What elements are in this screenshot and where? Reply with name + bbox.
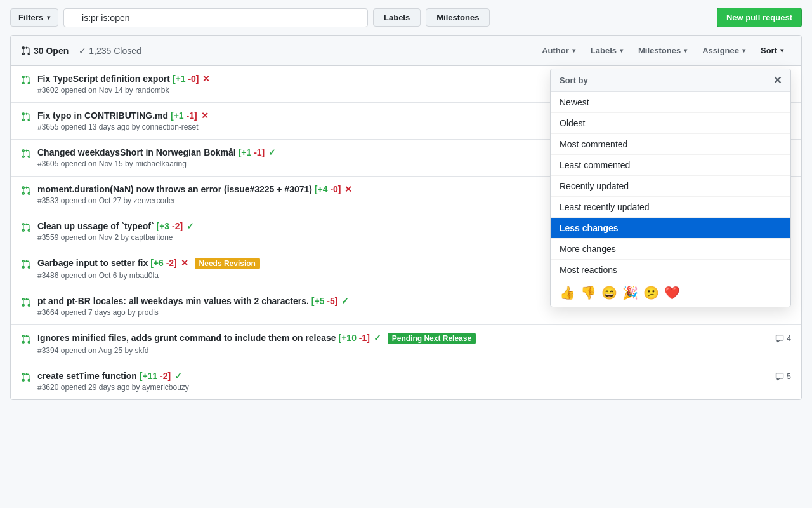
sort-option[interactable]: Most commented xyxy=(551,134,790,155)
diff-add: [+1 xyxy=(239,147,252,157)
pr-title-link[interactable]: create setTime function xyxy=(37,371,137,381)
close-icon[interactable]: ✕ xyxy=(773,74,782,86)
merge-check-icon: ✓ xyxy=(174,371,182,381)
pr-title-link[interactable]: Fix typo in CONTRIBUTING.md xyxy=(37,110,168,121)
pr-icon xyxy=(21,334,31,346)
sort-dropdown-header: Sort by ✕ xyxy=(551,69,790,92)
sort-option[interactable]: More changes xyxy=(551,239,790,260)
pr-icon xyxy=(21,149,31,161)
merge-check-icon: ✓ xyxy=(268,147,276,157)
reaction-emoji[interactable]: 👍 xyxy=(560,285,575,300)
closed-count: ✓ 1,235 Closed xyxy=(79,46,141,56)
sort-filter-button[interactable]: Sort ▾ xyxy=(753,42,791,59)
emoji-reactions-row: 👍👎😄🎉😕❤️ xyxy=(551,280,790,307)
comment-count: 4 xyxy=(775,333,791,343)
search-input[interactable] xyxy=(63,8,368,27)
pr-title: create setTime function [+11 -2] ✓ xyxy=(37,371,775,381)
pr-content: create setTime function [+11 -2] ✓ #3620… xyxy=(37,371,775,392)
pr-icon xyxy=(21,75,31,87)
sort-option[interactable]: Oldest xyxy=(551,113,790,134)
sort-option[interactable]: Recently updated xyxy=(551,176,790,197)
labels-button[interactable]: Labels xyxy=(373,8,421,27)
filters-button[interactable]: Filters ▾ xyxy=(10,8,58,27)
status-badge: Needs Revision xyxy=(195,258,260,269)
reaction-emoji[interactable]: 🎉 xyxy=(622,285,638,300)
pr-title-link[interactable]: Changed weekdaysShort in Norwegian Bokmå… xyxy=(37,147,236,157)
diff-remove: -1] xyxy=(359,333,370,343)
pr-content: Ignores minified files, adds grunt comma… xyxy=(37,333,775,355)
diff-add: [+10 xyxy=(339,333,357,343)
milestones-button[interactable]: Milestones xyxy=(426,8,490,27)
comment-icon xyxy=(775,372,784,381)
diff-remove: -1] xyxy=(254,147,265,157)
sort-option[interactable]: Least recently updated xyxy=(551,197,790,218)
pr-meta: #3664 opened 7 days ago by prodis xyxy=(37,308,791,317)
chevron-down-icon: ▾ xyxy=(572,47,575,54)
reaction-emoji[interactable]: ❤️ xyxy=(664,285,680,300)
pr-icon xyxy=(21,297,31,309)
merge-check-icon: ✓ xyxy=(374,333,381,343)
merge-x-icon: ✕ xyxy=(181,258,188,268)
reaction-emoji[interactable]: 😕 xyxy=(643,285,659,300)
chevron-down-icon: ▾ xyxy=(620,47,623,54)
sort-option[interactable]: Most reactions xyxy=(551,260,790,280)
pr-title-link[interactable]: pt and pt-BR locales: all weekdays min v… xyxy=(37,296,309,306)
pr-open-icon xyxy=(21,46,31,56)
sort-option[interactable]: Less changes xyxy=(551,218,790,239)
pr-icon xyxy=(21,112,31,124)
diff-remove: -0] xyxy=(188,74,199,84)
merge-x-icon: ✕ xyxy=(344,184,352,194)
sort-dropdown-title: Sort by xyxy=(560,76,588,85)
labels-filter-button[interactable]: Labels ▾ xyxy=(583,42,631,59)
sort-option[interactable]: Newest xyxy=(551,92,790,113)
diff-remove: -1] xyxy=(187,110,197,121)
diff-remove: -5] xyxy=(327,296,337,306)
pr-title-link[interactable]: Ignores minified files, adds grunt comma… xyxy=(37,333,336,343)
comment-count: 5 xyxy=(775,371,791,381)
diff-add: [+3 xyxy=(156,221,169,231)
diff-add: [+11 xyxy=(140,371,157,381)
header-filters: Author ▾ Labels ▾ Milestones ▾ Assignee … xyxy=(534,42,791,59)
pr-title-link[interactable]: Garbage input to setter fix xyxy=(37,258,148,268)
diff-add: [+1 xyxy=(171,110,184,121)
pr-icon xyxy=(21,259,31,271)
pr-title-link[interactable]: Clean up ussage of `typeof` xyxy=(37,221,154,231)
chevron-down-icon: ▾ xyxy=(684,47,687,54)
assignee-filter-button[interactable]: Assignee ▾ xyxy=(695,42,753,59)
diff-add: [+5 xyxy=(311,296,325,306)
diff-remove: -2] xyxy=(166,258,177,268)
diff-remove: -2] xyxy=(160,371,171,381)
pr-list-header: 30 Open ✓ 1,235 Closed Author ▾ Labels ▾… xyxy=(11,36,801,66)
sort-items-list: NewestOldestMost commentedLeast commente… xyxy=(551,92,790,280)
new-pr-button[interactable]: New pull request xyxy=(717,8,802,27)
pr-meta: #3394 opened on Aug 25 by skfd xyxy=(37,346,775,355)
pr-title-link[interactable]: moment.duration(NaN) now throws an error… xyxy=(37,184,312,194)
diff-add: [+6 xyxy=(150,258,164,268)
reaction-emoji[interactable]: 😄 xyxy=(601,285,617,300)
diff-add: [+1 xyxy=(173,74,186,84)
pr-icon xyxy=(21,185,31,197)
pr-icon xyxy=(21,222,31,234)
sort-option[interactable]: Least commented xyxy=(551,155,790,176)
milestones-filter-button[interactable]: Milestones ▾ xyxy=(631,42,695,59)
top-bar: Filters ▾ Labels Milestones New pull req… xyxy=(0,0,812,35)
open-count: 30 Open xyxy=(21,46,69,56)
merge-x-icon: ✕ xyxy=(202,74,210,84)
merge-x-icon: ✕ xyxy=(201,110,209,121)
merge-check-icon: ✓ xyxy=(341,296,349,306)
table-row: Ignores minified files, adds grunt comma… xyxy=(11,325,801,363)
filters-label: Filters xyxy=(18,13,43,22)
author-filter-button[interactable]: Author ▾ xyxy=(534,42,583,59)
pr-list-container: 30 Open ✓ 1,235 Closed Author ▾ Labels ▾… xyxy=(10,35,802,400)
merge-check-icon: ✓ xyxy=(187,221,194,231)
diff-add: [+4 xyxy=(315,184,328,194)
pr-title-link[interactable]: Fix TypeScript definition export xyxy=(37,74,170,84)
reaction-emoji[interactable]: 👎 xyxy=(580,285,596,300)
comment-icon xyxy=(775,334,784,343)
diff-remove: -2] xyxy=(172,221,183,231)
chevron-down-icon: ▾ xyxy=(47,14,50,21)
pr-icon xyxy=(21,372,31,384)
chevron-down-icon: ▾ xyxy=(742,47,745,54)
sort-dropdown: Sort by ✕ NewestOldestMost commentedLeas… xyxy=(550,69,791,307)
table-row: create setTime function [+11 -2] ✓ #3620… xyxy=(11,363,801,399)
